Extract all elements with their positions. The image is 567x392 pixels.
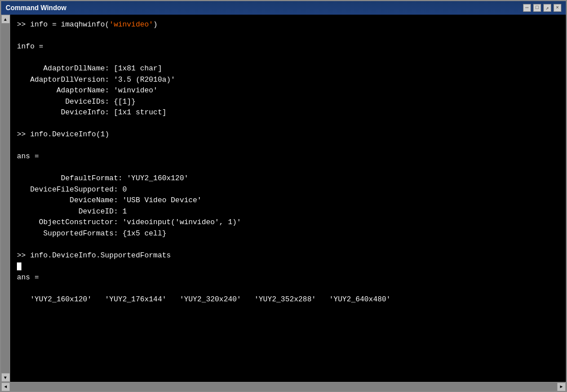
output-devicename: DeviceName: 'USB Video Device' [17,196,202,204]
output-ans-var: ans = [17,152,39,161]
prompt-line-1: >> info = imaqhwinfo('winvideo') [17,20,158,29]
output-info-var: info = [17,42,43,51]
pin-button[interactable]: ↔ [523,4,531,12]
terminal-output: >> info = imaqhwinfo('winvideo') info = … [17,19,559,305]
command-window: Command Window ↔ □ ↗ × ▲ ▼ >> info = ima… [0,0,567,392]
title-bar: Command Window ↔ □ ↗ × [1,1,566,15]
window-controls: ↔ □ ↗ × [523,4,561,12]
output-objectconstructor: ObjectConstructor: 'videoinput('winvideo… [17,218,241,226]
output-deviceids: DeviceIDs: {[1]} [17,97,136,106]
prompt-line-3: >> info.DeviceInfo.SupportedFormats [17,251,171,260]
string-winvideo: 'winvideo' [109,20,153,29]
output-deviceinfo: DeviceInfo: [1x1 struct] [17,108,166,117]
output-devicefilesupported: DeviceFileSupported: 0 [17,185,127,194]
horizontal-scrollbar[interactable]: ◄ ► [1,382,566,391]
output-supportedformats: SupportedFormats: {1x5 cell} [17,229,166,238]
scroll-left-arrow[interactable]: ◄ [1,382,10,391]
output-formats-list: 'YUY2_160x120' 'YUY2_176x144' 'YUY2_320x… [17,295,391,304]
scroll-track[interactable] [1,24,10,373]
scroll-up-arrow[interactable]: ▲ [1,15,10,24]
output-adaptorname: AdaptorName: 'winvideo' [17,86,158,95]
scroll-right-arrow[interactable]: ► [557,382,566,391]
output-ans-var-2: ans = [17,273,39,282]
h-scroll-track[interactable] [10,382,557,391]
close-button[interactable]: × [553,4,561,12]
vertical-scrollbar[interactable]: ▲ ▼ [1,15,10,382]
terminal-content[interactable]: >> info = imaqhwinfo('winvideo') info = … [10,15,566,382]
window-title: Command Window [6,4,67,12]
content-area: ▲ ▼ >> info = imaqhwinfo('winvideo') inf… [1,15,566,382]
text-cursor [17,262,21,270]
output-deviceid: DeviceID: 1 [17,207,127,216]
restore-button[interactable]: □ [533,4,541,12]
output-adaptordllversion: AdaptorDllVersion: '3.5 (R2010a)' [17,75,175,84]
prompt-line-2: >> info.DeviceInfo(1) [17,130,109,139]
cursor-line [17,262,21,270]
scroll-down-arrow[interactable]: ▼ [1,373,10,382]
output-defaultformat: DefaultFormat: 'YUY2_160x120' [17,174,188,182]
minimize-button[interactable]: ↗ [543,4,551,12]
output-adaptordllname: AdaptorDllName: [1x81 char] [17,64,162,73]
